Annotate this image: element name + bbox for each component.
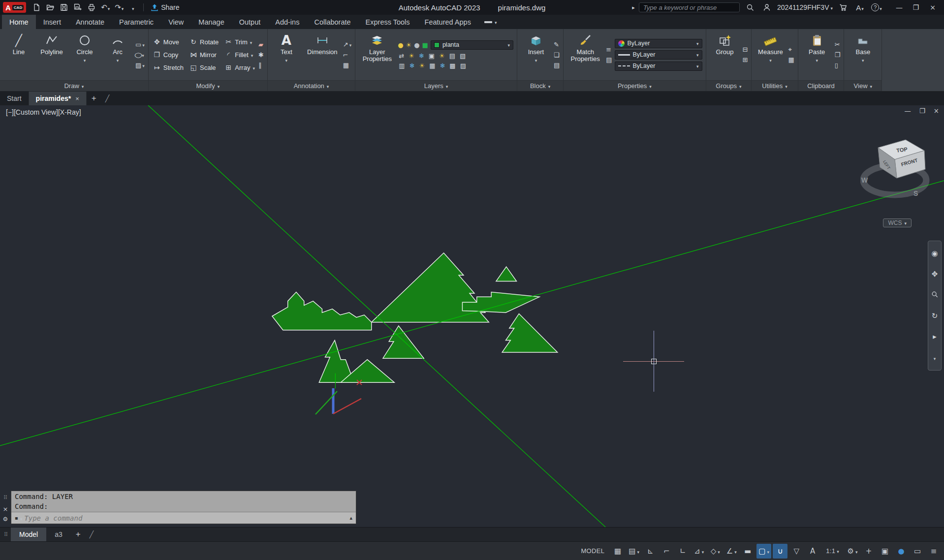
layout-overflow-icon[interactable] xyxy=(90,528,94,541)
command-customize-icon[interactable]: ⚙ xyxy=(3,516,8,523)
share-button[interactable]: Share xyxy=(148,3,182,11)
autodesk-app-menu-button[interactable]: A xyxy=(853,1,866,13)
move-tool-button[interactable]: ✥Move xyxy=(152,35,185,48)
layer-tool-icon[interactable]: ▩ xyxy=(449,62,455,69)
file-tab-piramides[interactable]: piramides* xyxy=(29,92,87,105)
zoom-icon[interactable] xyxy=(931,291,938,300)
annotation-visibility-toggle[interactable]: A xyxy=(805,544,820,559)
layer-tool-icon[interactable]: ☀ xyxy=(409,52,414,60)
navigation-wheel-icon[interactable]: ◉ xyxy=(931,249,938,258)
command-grip-icon[interactable] xyxy=(3,492,7,501)
panel-label-groups[interactable]: Groups xyxy=(706,80,752,91)
showmotion-icon[interactable]: ▸ xyxy=(933,332,937,341)
window-close-button[interactable]: × xyxy=(924,0,941,14)
new-drawing-tab-button[interactable] xyxy=(87,92,101,105)
command-history-expand-icon[interactable]: ▴ xyxy=(349,515,352,521)
layer-tool-icon[interactable]: ❄ xyxy=(419,52,424,60)
search-input[interactable] xyxy=(639,2,740,12)
block-editor-button[interactable]: ✎ xyxy=(554,40,560,49)
object-snap-toggle[interactable]: ∪ xyxy=(773,544,787,559)
layer-tool-icon[interactable]: ❄ xyxy=(440,62,445,69)
ribbon-tab-home[interactable]: Home xyxy=(2,15,36,29)
new-file-button[interactable] xyxy=(30,1,43,13)
copy-tool-button[interactable]: ❐Copy xyxy=(152,48,185,61)
infer-constraints-toggle[interactable]: ⊾ xyxy=(643,544,658,559)
compass-south-label[interactable]: S xyxy=(913,189,918,197)
mirror-tool-button[interactable]: ⋈Mirror xyxy=(189,48,220,61)
layer-lock-icon[interactable]: ● xyxy=(414,41,419,49)
drawing-viewport[interactable]: [−] [Custom View] [X-Ray] — ❐ × W S TOP … xyxy=(0,105,944,527)
match-properties-button[interactable]: Match Properties xyxy=(567,31,603,78)
quick-access-customize-button[interactable] xyxy=(126,1,139,13)
panel-label-clipboard[interactable]: Clipboard xyxy=(798,80,844,91)
ribbon-tab-featured-apps[interactable]: Featured Apps xyxy=(417,15,478,29)
ribbon-tab-insert[interactable]: Insert xyxy=(36,15,68,29)
model-tab[interactable]: Model xyxy=(11,528,46,541)
dynamic-input-toggle[interactable]: ⌐ xyxy=(659,544,674,559)
linetype-dropdown[interactable]: ByLayer xyxy=(615,62,702,71)
command-input-icon[interactable]: ▪ xyxy=(15,515,18,521)
offset-tool-button[interactable]: ∥ xyxy=(258,61,264,69)
text-tool-button[interactable]: A Text xyxy=(271,31,302,78)
panel-label-draw[interactable]: Draw xyxy=(0,80,148,91)
chevron-down-icon[interactable] xyxy=(285,57,288,64)
open-file-button[interactable] xyxy=(44,1,57,13)
table-tool-button[interactable]: ▦ xyxy=(343,61,351,69)
id-point-button[interactable]: ⌖ xyxy=(788,45,794,54)
viewport-minimize-control[interactable]: [−] xyxy=(6,108,14,116)
layer-properties-button[interactable]: Layer Properties xyxy=(359,31,395,78)
isolate-objects-button[interactable]: + xyxy=(861,544,876,559)
rectangle-tool-button[interactable]: ▭ xyxy=(135,40,145,49)
grid-display-toggle[interactable]: ▦ xyxy=(610,544,625,559)
drawing-restore-button[interactable]: ❐ xyxy=(919,107,925,115)
model-space-button[interactable]: MODEL xyxy=(576,544,609,559)
ribbon-tab-output[interactable]: Output xyxy=(232,15,268,29)
cut-clip-button[interactable]: ✂ xyxy=(835,40,841,49)
close-tab-icon[interactable] xyxy=(75,94,79,102)
ribbon-tab-add-ins[interactable]: Add-ins xyxy=(268,15,307,29)
3d-object-snap-toggle[interactable]: ▽ xyxy=(789,544,804,559)
customization-gear-button[interactable]: ⚙ xyxy=(845,544,860,559)
search-expand-icon[interactable]: ▸ xyxy=(632,4,635,11)
app-store-button[interactable] xyxy=(837,1,850,13)
panel-label-block[interactable]: Block xyxy=(517,80,563,91)
compass-west-label[interactable]: W xyxy=(861,176,868,184)
explode-tool-button[interactable]: ✱ xyxy=(258,51,264,59)
fillet-tool-button[interactable]: ◜Fillet xyxy=(223,48,256,61)
leader-tool-button[interactable]: ↗ xyxy=(343,40,351,49)
ellipse-tool-button[interactable]: ○ xyxy=(135,51,145,59)
navbar-menu-icon[interactable] xyxy=(934,353,936,362)
ribbon-tab-manage[interactable]: Manage xyxy=(191,15,231,29)
ungroup-button[interactable]: ⊟ xyxy=(743,45,748,54)
properties-sheet-button[interactable]: ▤ xyxy=(606,56,612,64)
drawing-minimize-button[interactable]: — xyxy=(905,107,911,115)
wcs-indicator[interactable]: WCS xyxy=(883,218,912,227)
window-maximize-button[interactable]: ❐ xyxy=(908,0,924,14)
tab-overflow-icon[interactable] xyxy=(105,92,109,105)
trim-tool-button[interactable]: ✂Trim xyxy=(223,35,256,48)
ribbon-tab-collaborate[interactable]: Collaborate xyxy=(307,15,358,29)
dimension-style-button[interactable]: ⌐ xyxy=(343,51,351,59)
save-as-button[interactable] xyxy=(71,1,84,13)
circle-tool-button[interactable]: Circle xyxy=(69,31,100,78)
measure-button[interactable]: Measure xyxy=(755,31,786,78)
account-button[interactable] xyxy=(760,1,773,13)
polar-tracking-toggle[interactable]: ⊿ xyxy=(692,544,706,559)
pyramid-polygon[interactable] xyxy=(383,326,424,358)
viewcube[interactable]: W S TOP FRONT LEFT xyxy=(860,133,938,207)
panel-label-modify[interactable]: Modify xyxy=(149,80,267,91)
block-attributes-button[interactable]: ▤ xyxy=(554,61,560,69)
redo-dropdown-icon[interactable] xyxy=(122,3,124,12)
annotation-scale-button[interactable]: 1:1 xyxy=(821,544,844,559)
chevron-down-icon[interactable] xyxy=(84,57,86,64)
drawing-close-button[interactable]: × xyxy=(934,107,939,115)
paste-button[interactable]: Paste xyxy=(802,31,832,78)
array-tool-button[interactable]: ⊞Array xyxy=(223,61,256,74)
insert-block-button[interactable]: Insert xyxy=(521,31,551,78)
rotate-tool-button[interactable]: ↻Rotate xyxy=(189,35,220,48)
ribbon-tab-express-tools[interactable]: Express Tools xyxy=(358,15,417,29)
panel-label-view[interactable]: View xyxy=(844,80,881,91)
line-tool-button[interactable]: ╱ Line xyxy=(3,31,34,78)
orbit-icon[interactable]: ↻ xyxy=(932,311,938,320)
ribbon-tab-annotate[interactable]: Annotate xyxy=(68,15,112,29)
